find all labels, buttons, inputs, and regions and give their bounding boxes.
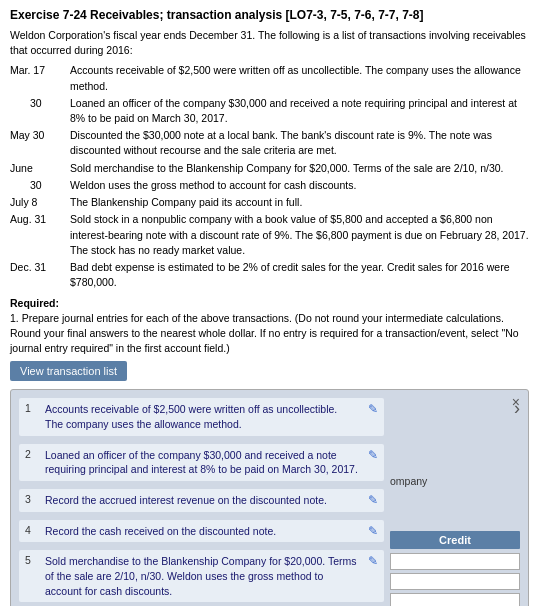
trans-date-2: 30 [10,96,70,126]
list-item: Dec. 31 Bad debt expense is estimated to… [10,260,529,290]
edit-icon-1[interactable]: ✎ [368,402,378,416]
dialog-left: 1 Accounts receivable of $2,500 were wri… [19,398,384,606]
trans-text-1: Accounts receivable of $2,500 were writt… [70,63,529,93]
transactions-list: Mar. 17 Accounts receivable of $2,500 we… [10,63,529,290]
dialog-item-2: 2 Loaned an officer of the company $30,0… [19,444,384,481]
dialog-item-1: 1 Accounts receivable of $2,500 were wri… [19,398,384,435]
intro-text: Weldon Corporation's fiscal year ends De… [10,28,529,57]
main-container: Exercise 7-24 Receivables; transaction a… [0,0,539,606]
list-item: June Sold merchandise to the Blankenship… [10,161,529,176]
item-text-3: Record the accrued interest revenue on t… [45,493,358,508]
item-num-1: 1 [25,402,39,414]
trans-date-3: May 30 [10,128,70,158]
dialog-item-5: 5 Sold merchandise to the Blankenship Co… [19,550,384,602]
item-text-5: Sold merchandise to the Blankenship Comp… [45,554,358,598]
credit-label: Credit [390,531,520,549]
trans-text-8: Bad debt expense is estimated to be 2% o… [70,260,529,290]
dialog-overlay: × 1 Accounts receivable of $2,500 were w… [10,389,529,606]
spacer-1 [390,423,520,475]
input-row-2 [390,573,520,590]
required-text: Prepare journal entries for each of the … [22,312,292,324]
company-label: ompany [390,475,520,487]
right-panel-top: › [390,398,520,419]
trans-date-4: June [10,161,70,176]
dialog-body: 1 Accounts receivable of $2,500 were wri… [11,390,528,606]
trans-date-7: Aug. 31 [10,212,70,258]
list-item: Aug. 31 Sold stock in a nonpublic compan… [10,212,529,258]
edit-icon-4[interactable]: ✎ [368,524,378,538]
credit-input-1[interactable] [390,553,520,570]
trans-text-4: Sold merchandise to the Blankenship Comp… [70,161,529,176]
list-item: Mar. 17 Accounts receivable of $2,500 we… [10,63,529,93]
trans-date-1: Mar. 17 [10,63,70,93]
trans-text-2: Loaned an officer of the company $30,000… [70,96,529,126]
credit-input-2[interactable] [390,573,520,590]
dialog-item-3: 3 Record the accrued interest revenue on… [19,489,384,512]
trans-text-7: Sold stock in a nonpublic company with a… [70,212,529,258]
item-num-4: 4 [25,524,39,536]
list-item: July 8 The Blankenship Company paid its … [10,195,529,210]
page-title: Exercise 7-24 Receivables; transaction a… [10,8,529,22]
required-number: 1. [10,312,22,324]
dialog-right: › ompany Credit [390,398,520,606]
edit-icon-2[interactable]: ✎ [368,448,378,462]
edit-icon-3[interactable]: ✎ [368,493,378,507]
item-num-5: 5 [25,554,39,566]
item-num-2: 2 [25,448,39,460]
view-transaction-button[interactable]: View transaction list [10,361,127,381]
credit-input-3[interactable] [390,593,520,606]
item-text-4: Record the cash received on the discount… [45,524,358,539]
list-item: May 30 Discounted the $30,000 note at a … [10,128,529,158]
trans-date-8: Dec. 31 [10,260,70,290]
close-button[interactable]: × [512,394,520,410]
spacer-2 [390,491,520,531]
item-text-1: Accounts receivable of $2,500 were writt… [45,402,358,431]
trans-text-3: Discounted the $30,000 note at a local b… [70,128,529,158]
list-item: 30 Weldon uses the gross method to accou… [10,178,529,193]
required-label: Required: [10,297,59,309]
trans-text-6: The Blankenship Company paid its account… [70,195,529,210]
trans-date-6: July 8 [10,195,70,210]
trans-date-5: 30 [10,178,70,193]
item-num-3: 3 [25,493,39,505]
view-btn-container: View transaction list [10,361,529,381]
input-row-1 [390,553,520,570]
trans-text-5: Weldon uses the gross method to account … [70,178,529,193]
list-item: 30 Loaned an officer of the company $30,… [10,96,529,126]
required-section: Required: 1. Prepare journal entries for… [10,296,529,355]
edit-icon-5[interactable]: ✎ [368,554,378,568]
input-row-3 [390,593,520,606]
item-text-2: Loaned an officer of the company $30,000… [45,448,358,477]
dialog-item-4: 4 Record the cash received on the discou… [19,520,384,543]
